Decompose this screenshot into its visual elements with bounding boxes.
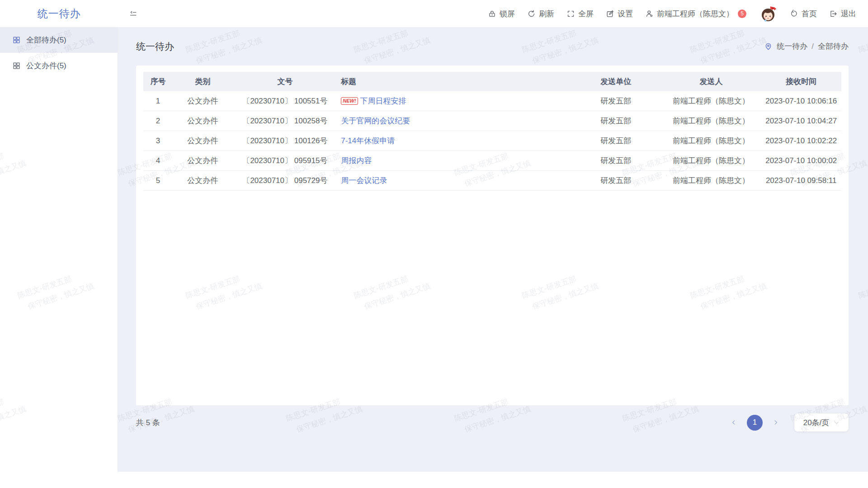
todo-table-card: 序号 类别 文号 标题 发送单位 发送人 接收时间 1 公文办件 — [136, 66, 849, 405]
sidebar: 全部待办(5) 公文办件(5) — [0, 27, 118, 472]
col-seq: 序号 — [143, 72, 173, 91]
cell-sender: 前端工程师（陈思文） — [661, 131, 761, 151]
cell-time: 2023-07-10 09:58:11 — [761, 171, 841, 191]
home-button[interactable]: 首页 — [790, 9, 817, 19]
sidebar-item-official-docs[interactable]: 公文办件(5) — [0, 53, 118, 79]
cell-title: NEW!下周日程安排 — [337, 91, 571, 111]
chevron-down-icon — [834, 420, 840, 426]
grid-icon — [12, 36, 21, 44]
cell-seq: 5 — [143, 171, 173, 191]
cell-unit: 研发五部 — [571, 91, 661, 111]
new-badge: NEW! — [341, 97, 358, 105]
fullscreen-button[interactable]: 全屏 — [566, 9, 594, 19]
chevron-right-icon — [773, 419, 779, 426]
col-title: 标题 — [337, 72, 571, 91]
refresh-icon — [527, 9, 536, 18]
cell-category: 公文办件 — [173, 131, 233, 151]
logout-icon — [829, 9, 838, 18]
cell-unit: 研发五部 — [571, 131, 661, 151]
cell-doc-no: 〔20230710〕 095915号 — [233, 151, 338, 171]
app-logo: 统一待办 — [0, 7, 118, 21]
fullscreen-label: 全屏 — [578, 9, 594, 19]
cell-category: 公文办件 — [173, 151, 233, 171]
col-doc-no: 文号 — [233, 72, 338, 91]
cell-seq: 2 — [143, 111, 173, 131]
user-name-label: 前端工程师（陈思文） — [657, 9, 734, 19]
sidebar-collapse-button[interactable] — [129, 9, 137, 18]
menu-fold-icon — [129, 9, 137, 18]
col-time: 接收时间 — [761, 72, 841, 91]
settings-button[interactable]: 设置 — [606, 9, 633, 19]
cell-doc-no: 〔20230710〕 095729号 — [233, 171, 338, 191]
cell-category: 公文办件 — [173, 171, 233, 191]
cell-title: 周一会议记录 — [337, 171, 571, 191]
doc-title-link[interactable]: 周一会议记录 — [341, 176, 387, 185]
table-row: 3 公文办件 〔20230710〕 100126号 7-14年休假申请 研发五部… — [143, 131, 841, 151]
cell-doc-no: 〔20230710〕 100258号 — [233, 111, 338, 131]
col-sender: 发送人 — [661, 72, 761, 91]
cell-category: 公文办件 — [173, 111, 233, 131]
pager: 1 20条/页 — [727, 413, 849, 432]
cell-sender: 前端工程师（陈思文） — [661, 171, 761, 191]
breadcrumb-root[interactable]: 统一待办 — [777, 41, 807, 52]
lock-screen-button[interactable]: 锁屏 — [488, 9, 515, 19]
doc-title-link[interactable]: 7-14年休假申请 — [341, 136, 395, 145]
cell-sender: 前端工程师（陈思文） — [661, 111, 761, 131]
header-actions: 锁屏 刷新 全屏 设置 — [488, 4, 868, 23]
refresh-button[interactable]: 刷新 — [527, 9, 554, 19]
fullscreen-icon — [566, 9, 575, 18]
table-row: 2 公文办件 〔20230710〕 100258号 关于官网的会议纪要 研发五部… — [143, 111, 841, 131]
avatar-image — [759, 4, 778, 23]
breadcrumb-current: 全部待办 — [818, 41, 849, 52]
cell-seq: 4 — [143, 151, 173, 171]
page-header: 统一待办 统一待办 / 全部待办 — [136, 27, 849, 66]
total-count-label: 共 5 条 — [136, 418, 160, 428]
cell-title: 周报内容 — [337, 151, 571, 171]
sidebar-item-label: 全部待办(5) — [26, 35, 66, 45]
top-bar: 统一待办 锁屏 刷新 全屏 — [0, 0, 868, 27]
chevron-left-icon — [731, 419, 737, 426]
app-root: 统一待办 锁屏 刷新 全屏 — [0, 0, 868, 480]
doc-title-link[interactable]: 下周日程安排 — [360, 97, 406, 105]
breadcrumb-separator: / — [811, 42, 814, 51]
location-pin-icon — [764, 42, 773, 51]
user-icon — [645, 9, 654, 18]
lock-icon — [488, 9, 496, 18]
bottom-strip — [0, 472, 868, 480]
cell-doc-no: 〔20230710〕 100126号 — [233, 131, 338, 151]
lock-screen-label: 锁屏 — [500, 9, 515, 19]
cell-doc-no: 〔20230710〕 100551号 — [233, 91, 338, 111]
page-title: 统一待办 — [136, 40, 174, 53]
app-body: 全部待办(5) 公文办件(5) 统一待办 统一待办 / 全部待办 — [0, 27, 868, 472]
page-size-select[interactable]: 20条/页 — [794, 413, 849, 432]
cell-sender: 前端工程师（陈思文） — [661, 91, 761, 111]
page-number-button[interactable]: 1 — [747, 415, 763, 431]
cell-sender: 前端工程师（陈思文） — [661, 151, 761, 171]
doc-title-link[interactable]: 关于官网的会议纪要 — [341, 117, 410, 125]
table-row: 5 公文办件 〔20230710〕 095729号 周一会议记录 研发五部 前端… — [143, 171, 841, 191]
back-home-icon — [790, 9, 798, 18]
sidebar-item-label: 公文办件(5) — [26, 61, 66, 71]
home-label: 首页 — [802, 9, 817, 19]
user-menu[interactable]: 前端工程师（陈思文） 5 — [645, 9, 746, 19]
cell-seq: 1 — [143, 91, 173, 111]
cell-time: 2023-07-10 10:06:16 — [761, 91, 841, 111]
doc-title-link[interactable]: 周报内容 — [341, 156, 372, 165]
cell-seq: 3 — [143, 131, 173, 151]
breadcrumb: 统一待办 / 全部待办 — [764, 41, 849, 52]
logout-button[interactable]: 退出 — [829, 9, 856, 19]
avatar[interactable] — [759, 4, 778, 23]
sidebar-item-all-todo[interactable]: 全部待办(5) — [0, 27, 118, 53]
cell-time: 2023-07-10 10:04:27 — [761, 111, 841, 131]
next-page-button[interactable] — [769, 416, 783, 429]
cell-unit: 研发五部 — [571, 111, 661, 131]
cell-time: 2023-07-10 10:00:02 — [761, 151, 841, 171]
prev-page-button[interactable] — [727, 416, 741, 429]
pagination-bar: 共 5 条 1 20条/页 — [136, 413, 849, 432]
cell-title: 7-14年休假申请 — [337, 131, 571, 151]
cell-title: 关于官网的会议纪要 — [337, 111, 571, 131]
grid-icon — [12, 61, 21, 70]
edit-settings-icon — [606, 9, 614, 18]
logout-label: 退出 — [841, 9, 856, 19]
page-size-value: 20条/页 — [803, 418, 830, 428]
